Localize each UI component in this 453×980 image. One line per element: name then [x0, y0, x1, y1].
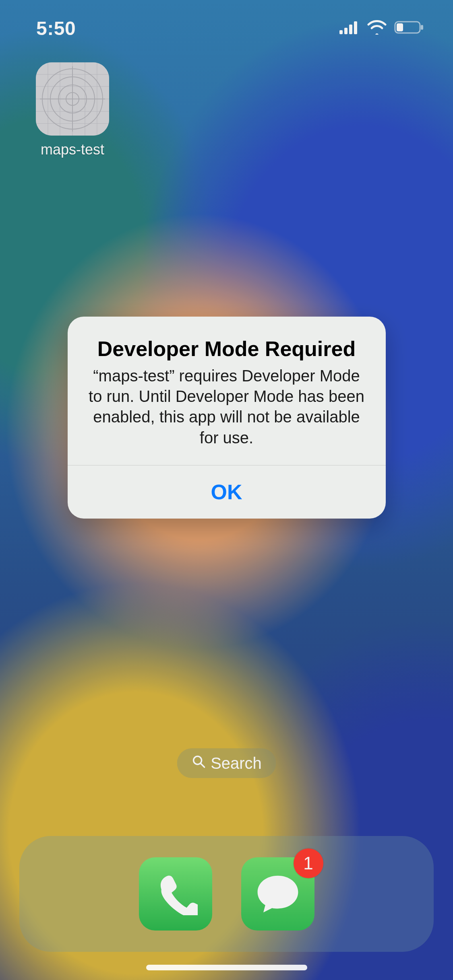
- alert-dialog: Developer Mode Required “maps-test” requ…: [68, 317, 386, 519]
- alert-title: Developer Mode Required: [83, 337, 370, 361]
- ok-button[interactable]: OK: [68, 465, 386, 519]
- alert-backdrop: Developer Mode Required “maps-test” requ…: [0, 0, 453, 980]
- home-indicator[interactable]: [146, 965, 307, 970]
- alert-message: “maps-test” requires Developer Mode to r…: [83, 366, 370, 448]
